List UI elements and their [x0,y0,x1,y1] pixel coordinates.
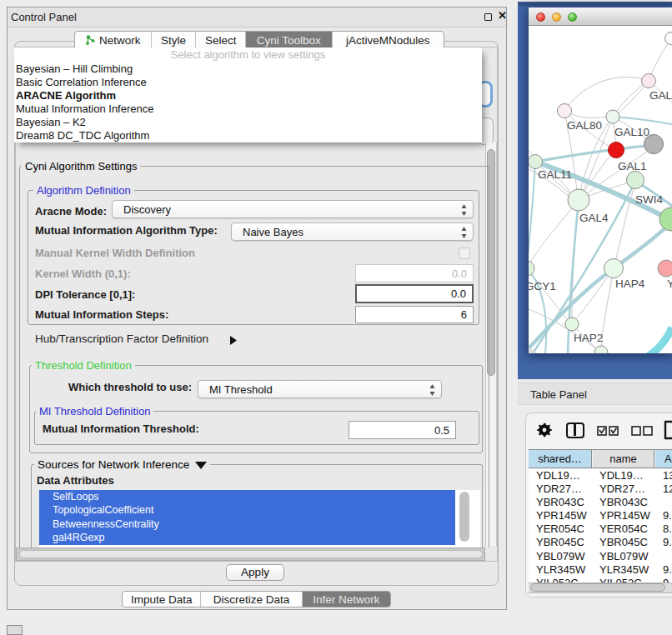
svg-text:GAL4: GAL4 [579,212,609,224]
svg-text:HAP2: HAP2 [574,332,603,344]
svg-text:Y: Y [667,278,672,290]
svg-text:GAL80: GAL80 [567,119,602,132]
svg-text:GAL7: GAL7 [649,89,672,102]
svg-text:GAL1: GAL1 [618,160,647,172]
svg-text:GAL11: GAL11 [538,168,572,181]
svg-text:HAP4: HAP4 [615,278,645,290]
svg-text:GAL10: GAL10 [614,126,649,138]
svg-text:GCY1: GCY1 [529,280,556,292]
svg-text:SWI4: SWI4 [635,193,663,206]
